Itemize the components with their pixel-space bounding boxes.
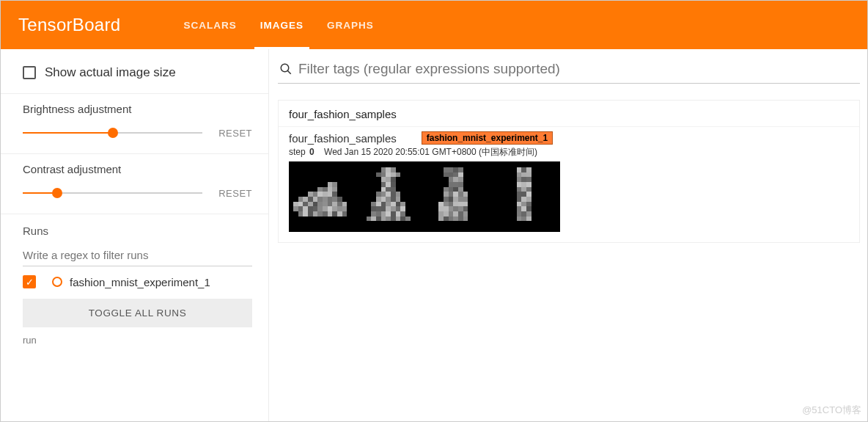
- tab-images[interactable]: IMAGES: [249, 1, 315, 49]
- tab-scalars[interactable]: SCALARS: [172, 1, 248, 49]
- svg-line-1: [287, 70, 291, 74]
- image-card: four_fashion_samples four_fashion_sample…: [278, 100, 860, 243]
- nav-tabs: SCALARS IMAGES GRAPHS: [172, 1, 385, 49]
- step-label: step: [289, 147, 306, 157]
- top-bar: TensorBoard SCALARS IMAGES GRAPHS: [1, 1, 867, 49]
- timestamp: Wed Jan 15 2020 20:55:01 GMT+0800 (中国标准时…: [324, 147, 537, 157]
- runs-section: Runs ✓ fashion_mnist_experiment_1 TOGGLE…: [1, 214, 268, 353]
- show-actual-size-checkbox[interactable]: [23, 66, 36, 79]
- tag-filter-bar: [278, 58, 860, 84]
- run-item[interactable]: ✓ fashion_mnist_experiment_1: [23, 266, 252, 296]
- show-actual-size-section: Show actual image size: [1, 57, 268, 94]
- contrast-slider[interactable]: [23, 186, 202, 200]
- run-checkbox[interactable]: ✓: [23, 275, 36, 288]
- contrast-title: Contrast adjustment: [23, 163, 252, 175]
- app-logo: TensorBoard: [18, 15, 120, 35]
- search-icon: [279, 62, 293, 76]
- main-pane: four_fashion_samples four_fashion_sample…: [269, 49, 867, 421]
- card-tag-title[interactable]: four_fashion_samples: [279, 101, 859, 127]
- run-name: fashion_mnist_experiment_1: [70, 276, 210, 288]
- brightness-reset-button[interactable]: RESET: [218, 128, 252, 139]
- toggle-all-runs-button[interactable]: TOGGLE ALL RUNS: [23, 299, 252, 327]
- sample-image-strip[interactable]: [289, 161, 560, 232]
- tag-filter-input[interactable]: [298, 61, 857, 77]
- step-value[interactable]: 0: [309, 147, 315, 157]
- watermark: @51CTO博客: [802, 404, 861, 417]
- brightness-section: Brightness adjustment RESET: [1, 94, 268, 154]
- sidebar: Show actual image size Brightness adjust…: [1, 49, 269, 421]
- image-run-badge: fashion_mnist_experiment_1: [422, 131, 553, 145]
- brightness-slider[interactable]: [23, 125, 202, 140]
- card-body: four_fashion_samples fashion_mnist_exper…: [279, 127, 859, 242]
- svg-point-0: [281, 64, 289, 72]
- runs-legend-label: run: [23, 335, 252, 353]
- image-meta: step 0 Wed Jan 15 2020 20:55:01 GMT+0800…: [289, 146, 849, 159]
- tab-graphs[interactable]: GRAPHS: [315, 1, 386, 49]
- run-color-swatch: [52, 277, 62, 287]
- contrast-section: Contrast adjustment RESET: [1, 154, 268, 214]
- runs-heading: Runs: [23, 225, 252, 237]
- runs-filter-input[interactable]: [23, 246, 252, 266]
- show-actual-size-label: Show actual image size: [45, 65, 176, 80]
- image-title: four_fashion_samples: [289, 132, 397, 145]
- body: Show actual image size Brightness adjust…: [1, 49, 867, 421]
- contrast-reset-button[interactable]: RESET: [218, 188, 252, 199]
- brightness-title: Brightness adjustment: [23, 103, 252, 115]
